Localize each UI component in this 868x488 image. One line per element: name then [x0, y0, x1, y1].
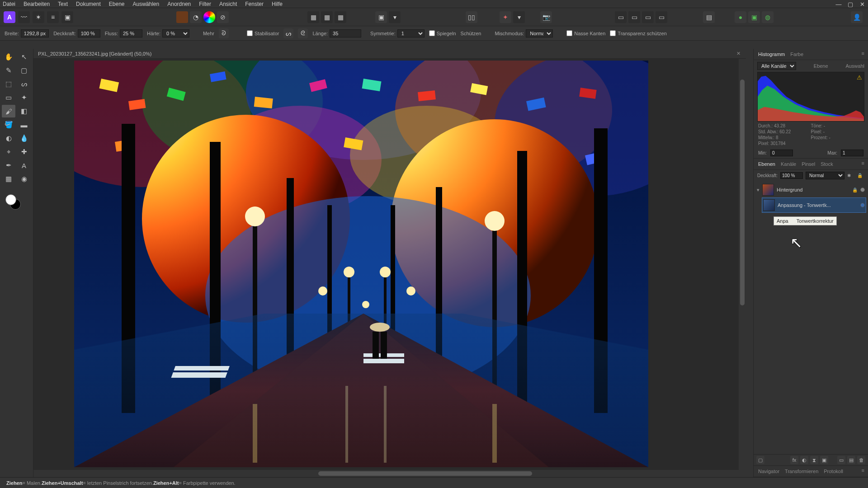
persona-export-icon[interactable]: ▣	[61, 11, 73, 23]
move-tool-icon[interactable]: ↖	[17, 51, 31, 63]
menu-fenster[interactable]: Fenster	[245, 1, 264, 7]
brush-tool-icon[interactable]: 🖌	[2, 105, 15, 117]
layers-menu-icon[interactable]: ≡	[862, 160, 864, 168]
add-layer-icon[interactable]: ▤	[847, 456, 855, 464]
mask2-btn-icon[interactable]: ▣	[820, 456, 828, 464]
protect-button[interactable]: Schützen	[461, 31, 481, 36]
shape-tool-icon[interactable]: ▦	[2, 173, 15, 185]
blendmode-select[interactable]: Normal	[526, 29, 553, 38]
layer-opacity-input[interactable]	[780, 172, 803, 179]
live-btn-icon[interactable]: ⧗	[810, 456, 818, 464]
blur-tool-icon[interactable]: 💧	[17, 132, 31, 145]
menu-datei[interactable]: Datei	[3, 1, 15, 7]
arr2-icon[interactable]: ▭	[628, 11, 640, 23]
adj-btn-icon[interactable]: ◐	[800, 456, 808, 464]
group-btn-icon[interactable]: ▭	[837, 456, 845, 464]
align-left-icon[interactable]: ▦	[307, 11, 319, 23]
crop-tool-icon[interactable]: ▢	[17, 64, 31, 77]
brush-preset-icon[interactable]: ᘐ	[219, 28, 229, 38]
menu-anordnen[interactable]: Anordnen	[167, 1, 191, 7]
clone-tool-icon[interactable]: ⌖	[2, 145, 15, 158]
persona-develop-icon[interactable]: ≡	[47, 11, 59, 23]
menu-dokument[interactable]: Dokument	[76, 1, 101, 7]
arr4-icon[interactable]: ▭	[656, 11, 667, 23]
layer-fx-icon[interactable]: ✱	[847, 173, 854, 178]
layer-lock-icon[interactable]: 🔒	[857, 173, 864, 178]
close-document-icon[interactable]: ✕	[736, 51, 741, 56]
align-center-icon[interactable]: ▦	[321, 11, 333, 23]
adjustment-name[interactable]: Anpassung - Tonwertk...	[778, 202, 858, 208]
min-input[interactable]	[770, 150, 793, 156]
width-value[interactable]: 1292,8 px	[21, 29, 49, 38]
window-minimize[interactable]: —	[835, 1, 843, 7]
protect-alpha-checkbox[interactable]	[610, 30, 616, 36]
selection-tool-icon[interactable]: ⬚	[2, 78, 15, 90]
sync-globe-icon[interactable]: ◍	[762, 11, 774, 23]
camera-icon[interactable]: 📷	[540, 11, 552, 23]
dropdown2-icon[interactable]: ▾	[513, 11, 525, 23]
opacity-value[interactable]: 100 %	[78, 29, 100, 38]
target-icon[interactable]: ▣	[375, 11, 387, 23]
mask-btn-icon[interactable]: ▢	[756, 456, 764, 464]
h-scroll-thumb[interactable]	[318, 471, 532, 476]
panel-menu-icon[interactable]: ≡	[862, 51, 864, 58]
window-close[interactable]: ✕	[858, 1, 866, 7]
document-tab[interactable]: PXL_20230127_135623241.jpg [Geändert] (5…	[33, 49, 746, 59]
channel-select[interactable]: Alle Kanäle	[757, 62, 796, 70]
mesh-tool-icon[interactable]: ◉	[17, 173, 31, 185]
panel-toggle-icon[interactable]: ▤	[703, 11, 715, 23]
horizontal-scrollbar[interactable]	[33, 470, 746, 477]
canvas-area[interactable]	[33, 59, 746, 470]
v-scroll-thumb[interactable]	[740, 80, 745, 306]
stabilizer-checkbox[interactable]	[247, 30, 253, 36]
foreground-swatch[interactable]	[5, 194, 16, 205]
fill-tool-icon[interactable]: 🪣	[2, 118, 15, 131]
symmetry-select[interactable]: 1	[397, 29, 425, 38]
more-button[interactable]: Mehr	[203, 31, 214, 36]
sync-green-icon[interactable]: ●	[735, 11, 746, 23]
align-right-icon[interactable]: ▦	[335, 11, 346, 23]
color-swatch-brown[interactable]	[176, 11, 188, 23]
mirror-checkbox[interactable]	[429, 30, 435, 36]
menu-hilfe[interactable]: Hilfe	[272, 1, 283, 7]
layer-expand-icon[interactable]: ▾	[757, 187, 760, 193]
persona-paint-icon[interactable]: 〰	[18, 11, 30, 23]
tab-histogram[interactable]: Histogramm	[757, 51, 786, 58]
wet-edges-checkbox[interactable]	[566, 30, 572, 36]
length-value[interactable]: 35	[330, 29, 361, 38]
stab-mode1-icon[interactable]: ᔕ	[283, 28, 293, 38]
arr1-icon[interactable]: ▭	[615, 11, 627, 23]
persona-liquify-icon[interactable]: ✶	[33, 11, 44, 23]
layer-name[interactable]: Hintergrund	[777, 187, 849, 192]
sync-cloud-icon[interactable]: ▣	[748, 11, 760, 23]
dropdown-icon[interactable]: ▾	[389, 11, 401, 23]
fx-btn-icon[interactable]: fx	[790, 456, 798, 464]
bottom-menu-icon[interactable]: ≡	[862, 468, 864, 475]
flow-value[interactable]: 25 %	[120, 29, 142, 38]
dodge-tool-icon[interactable]: ◐	[2, 132, 15, 145]
account-icon[interactable]: 👤	[851, 11, 863, 23]
pen-tool-icon[interactable]: ✒	[2, 159, 15, 172]
hardness-select[interactable]: 0 %	[162, 29, 189, 38]
heal-tool-icon[interactable]: ✚	[17, 145, 31, 158]
tab-history[interactable]: Protokoll	[823, 468, 844, 475]
delete-layer-icon[interactable]: 🗑	[857, 456, 865, 464]
menu-ansicht[interactable]: Ansicht	[219, 1, 237, 7]
lock-icon[interactable]: 🔒	[852, 188, 858, 192]
arr3-icon[interactable]: ▭	[642, 11, 654, 23]
eraser-icon[interactable]: ◔	[190, 11, 202, 23]
no-color-icon[interactable]: ⊘	[217, 11, 229, 23]
hand-tool-icon[interactable]: ✋	[2, 51, 15, 63]
wand-tool-icon[interactable]: ✦	[17, 91, 31, 104]
tab-color[interactable]: Farbe	[789, 51, 804, 58]
lasso-tool-icon[interactable]: ᔕ	[17, 78, 31, 90]
marquee-tool-icon[interactable]: ▭	[2, 91, 15, 104]
warning-icon[interactable]: ⚠	[857, 74, 862, 81]
menu-text[interactable]: Text	[58, 1, 68, 7]
quick-mask-icon[interactable]: ▯▯	[466, 11, 477, 23]
menu-bearbeiten[interactable]: Bearbeiten	[24, 1, 50, 7]
assistant-icon[interactable]: ✦	[500, 11, 511, 23]
layer-adjustment-levels[interactable]: Anpassung - Tonwertk...	[762, 197, 866, 213]
hist-auswahl-link[interactable]: Auswahl	[845, 63, 864, 69]
text-tool-icon[interactable]: A	[17, 159, 31, 172]
